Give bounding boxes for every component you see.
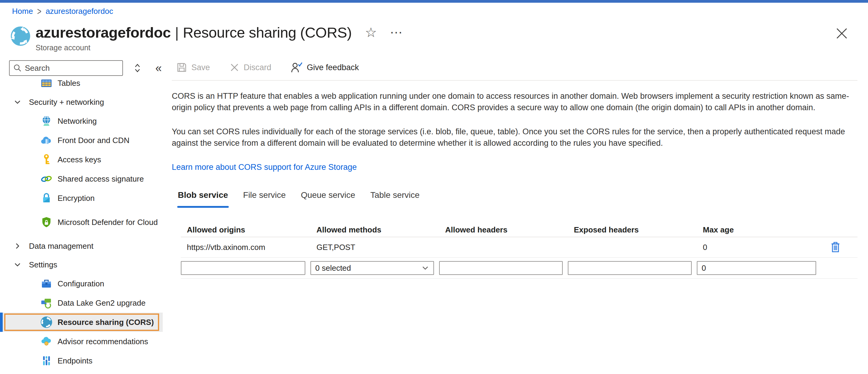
save-label: Save (191, 63, 210, 72)
table-header-row: Allowed origins Allowed methods Allowed … (181, 223, 858, 237)
column-header-exposed-headers: Exposed headers (568, 225, 697, 235)
cors-icon (40, 316, 53, 328)
sidebar-item-label: Shared access signature (58, 174, 144, 184)
chevron-down-icon (13, 98, 22, 106)
chevron-right-icon (13, 242, 22, 250)
discard-icon (229, 62, 240, 73)
favorite-star-icon[interactable]: ☆ (365, 26, 377, 39)
cors-rules-table: Allowed origins Allowed methods Allowed … (181, 223, 858, 279)
cell-allowed-origins: https://vtb.axinom.com (181, 243, 310, 252)
resource-type-subtitle: Storage account (36, 43, 403, 52)
collapse-menu-icon[interactable]: « (152, 61, 165, 75)
save-button[interactable]: Save (176, 62, 210, 73)
sidebar-item-label: Resource sharing (CORS) (58, 318, 154, 327)
allowed-origins-input[interactable] (181, 261, 305, 275)
cell-max-age: 0 (697, 243, 821, 252)
service-tabs: Blob service File service Queue service … (177, 190, 420, 208)
close-blade-button[interactable] (834, 26, 849, 42)
search-icon (13, 63, 22, 73)
sidebar-item-label: Networking (58, 116, 97, 126)
sidebar-item-label: Access keys (58, 155, 101, 164)
sidebar-item-label: Tables (58, 78, 80, 88)
sidebar-item-label: Configuration (58, 279, 104, 288)
tab-file-service[interactable]: File service (243, 190, 287, 208)
networking-icon (40, 115, 53, 127)
toolbar-divider (172, 80, 858, 81)
feedback-person-icon (290, 61, 303, 73)
sidebar-group-settings[interactable]: Settings (0, 256, 163, 274)
give-feedback-label: Give feedback (307, 63, 359, 72)
cell-allowed-methods: GET,POST (310, 243, 439, 252)
table-row: https://vtb.axinom.com GET,POST 0 (181, 237, 858, 257)
front-door-cdn-icon (40, 134, 53, 146)
shared-access-signature-icon (40, 173, 53, 185)
sidebar-item-endpoints[interactable]: Endpoints (0, 351, 163, 370)
sidebar-item-label: Front Door and CDN (58, 136, 129, 145)
column-header-allowed-headers: Allowed headers (439, 225, 568, 235)
selected-accent-bar (0, 313, 3, 332)
chevron-down-icon (421, 264, 429, 272)
sidebar-group-label: Data management (29, 241, 93, 251)
chevron-down-icon (13, 261, 22, 269)
cors-description-paragraph-2: You can set CORS rules individually for … (172, 126, 853, 149)
breadcrumb-home-link[interactable]: Home (12, 7, 33, 16)
tab-blob-service[interactable]: Blob service (177, 190, 229, 208)
command-bar: Save Discard Give feedback (176, 61, 359, 73)
key-icon (40, 154, 53, 166)
column-header-allowed-methods: Allowed methods (310, 225, 439, 235)
sidebar-item-encryption[interactable]: Encryption (0, 189, 163, 208)
sidebar-item-shared-access-signature[interactable]: Shared access signature (0, 169, 163, 189)
learn-more-link[interactable]: Learn more about CORS support for Azure … (172, 163, 357, 172)
tables-icon (40, 77, 53, 89)
storage-account-icon (10, 26, 31, 46)
trash-icon (829, 241, 842, 254)
sidebar-item-label: Data Lake Gen2 upgrade (58, 298, 146, 308)
sidebar-item-advisor-recommendations[interactable]: Advisor recommendations (0, 332, 163, 351)
new-rule-row: 0 selected (181, 257, 858, 279)
discard-button[interactable]: Discard (229, 62, 272, 73)
close-icon (834, 26, 849, 41)
search-input[interactable] (25, 64, 119, 73)
sidebar-item-data-lake-gen2-upgrade[interactable]: Data Lake Gen2 upgrade (0, 293, 163, 313)
sidebar-item-label: Microsoft Defender for Cloud (58, 217, 161, 227)
allowed-methods-selected-value: 0 selected (315, 264, 351, 273)
sidebar-item-access-keys[interactable]: Access keys (0, 150, 163, 169)
sidebar-item-microsoft-defender[interactable]: Microsoft Defender for Cloud (0, 208, 163, 237)
save-icon (176, 62, 187, 73)
cors-description-paragraph-1: CORS is an HTTP feature that enables a w… (172, 90, 853, 113)
tab-queue-service[interactable]: Queue service (300, 190, 356, 208)
sidebar-item-resource-sharing-cors[interactable]: Resource sharing (CORS) (0, 313, 163, 332)
lock-icon (40, 192, 53, 204)
sidebar-item-configuration[interactable]: Configuration (0, 274, 163, 293)
sidebar-group-data-management[interactable]: Data management (0, 237, 163, 256)
allowed-headers-input[interactable] (439, 261, 563, 275)
more-options-icon[interactable]: … (390, 22, 403, 36)
sidebar-item-tables[interactable]: Tables (0, 73, 163, 93)
sidebar-group-label: Settings (29, 260, 57, 270)
expand-collapse-groups-icon[interactable] (131, 61, 144, 75)
delete-rule-button[interactable] (829, 240, 842, 254)
advisor-icon (40, 336, 53, 347)
breadcrumb: Home > azurestoragefordoc (12, 7, 113, 16)
max-age-input[interactable] (697, 261, 816, 275)
tab-table-service[interactable]: Table service (370, 190, 420, 208)
column-header-allowed-origins: Allowed origins (181, 225, 310, 235)
breadcrumb-resource-link[interactable]: azurestoragefordoc (45, 7, 113, 16)
sidebar-item-label: Encryption (58, 194, 95, 203)
breadcrumb-separator-icon: > (37, 6, 41, 17)
defender-shield-icon (40, 216, 53, 228)
column-header-max-age: Max age (697, 225, 821, 235)
sidebar-item-front-door-cdn[interactable]: Front Door and CDN (0, 131, 163, 150)
blade-header: azurestoragefordoc|Resource sharing (COR… (10, 24, 403, 52)
page-title: azurestoragefordoc|Resource sharing (COR… (36, 24, 352, 41)
sidebar-item-label: Advisor recommendations (58, 337, 148, 346)
sidebar-item-networking[interactable]: Networking (0, 111, 163, 131)
give-feedback-button[interactable]: Give feedback (290, 61, 359, 73)
toolbox-icon (40, 278, 53, 290)
sidebar-item-label: Endpoints (58, 356, 93, 366)
sidebar-group-label: Security + networking (29, 98, 104, 107)
allowed-methods-select[interactable]: 0 selected (310, 261, 434, 275)
discard-label: Discard (244, 63, 272, 72)
sidebar-group-security-networking[interactable]: Security + networking (0, 93, 163, 111)
exposed-headers-input[interactable] (568, 261, 692, 275)
